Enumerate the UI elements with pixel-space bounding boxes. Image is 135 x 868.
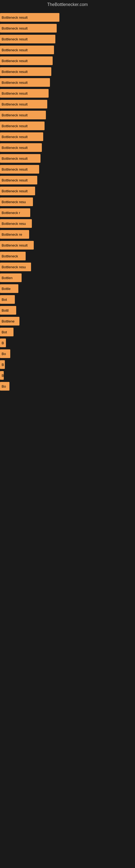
bar-label-17: Bottleneck result xyxy=(2,189,28,193)
bar-label-6: Bottleneck result xyxy=(2,70,28,74)
bar-label-30: Bot xyxy=(2,330,7,334)
bar-17: Bottleneck result xyxy=(0,187,35,195)
bar-11: Bottleneck result xyxy=(0,122,45,130)
bar-label-9: Bottleneck result xyxy=(2,102,28,106)
bar-label-12: Bottleneck result xyxy=(2,135,28,139)
bar-label-11: Bottleneck result xyxy=(2,124,28,128)
bar-8: Bottleneck result xyxy=(0,89,49,98)
bar-25: Bottlen xyxy=(0,273,21,282)
bar-row-32: Bo xyxy=(0,348,135,359)
bar-label-29: Bottlene xyxy=(2,319,14,323)
bar-label-10: Bottleneck result xyxy=(2,113,28,117)
bar-2: Bottleneck result xyxy=(0,24,57,33)
bar-30: Bot xyxy=(0,328,13,336)
bar-10: Bottleneck result xyxy=(0,111,46,119)
bar-row-16: Bottleneck result xyxy=(0,175,135,186)
bar-row-29: Bottlene xyxy=(0,316,135,327)
bar-row-3: Bottleneck result xyxy=(0,34,135,44)
bar-21: Bottleneck re xyxy=(0,230,29,239)
bar-35: Bo xyxy=(0,382,9,391)
bar-row-23: Bottleneck xyxy=(0,251,135,261)
bar-1: Bottleneck result xyxy=(0,13,59,22)
bar-15: Bottleneck result xyxy=(0,165,39,174)
bar-row-9: Bottleneck result xyxy=(0,99,135,110)
bar-label-20: Bottleneck resu xyxy=(2,222,26,226)
bar-label-24: Bottleneck resu xyxy=(2,265,26,269)
bar-row-33: B xyxy=(0,359,135,370)
bars-container: Bottleneck resultBottleneck resultBottle… xyxy=(0,9,135,394)
bar-4: Bottleneck result xyxy=(0,45,54,54)
bar-19: Bottleneck r xyxy=(0,208,30,217)
bar-label-25: Bottlen xyxy=(2,276,12,280)
bar-29: Bottlene xyxy=(0,317,19,326)
bar-label-19: Bottleneck r xyxy=(2,211,20,215)
bar-row-24: Bottleneck resu xyxy=(0,261,135,272)
bar-20: Bottleneck resu xyxy=(0,219,32,228)
bar-6: Bottleneck result xyxy=(0,67,51,76)
bar-label-26: Bottle xyxy=(2,287,10,291)
bar-22: Bottleneck result xyxy=(0,241,34,250)
site-title: TheBottlenecker.com xyxy=(0,0,135,9)
bar-7: Bottleneck result xyxy=(0,78,50,87)
bar-label-5: Bottleneck result xyxy=(2,59,28,63)
bar-row-17: Bottleneck result xyxy=(0,186,135,196)
bar-row-7: Bottleneck result xyxy=(0,77,135,88)
bar-row-13: Bottleneck result xyxy=(0,142,135,153)
bar-label-3: Bottleneck result xyxy=(2,37,28,41)
bar-row-14: Bottleneck result xyxy=(0,153,135,164)
bar-label-4: Bottleneck result xyxy=(2,48,28,52)
bar-label-27: Bot xyxy=(2,298,7,302)
bar-label-7: Bottleneck result xyxy=(2,81,28,85)
bar-label-14: Bottleneck result xyxy=(2,156,28,161)
bar-label-31: B xyxy=(2,341,4,345)
bar-row-11: Bottleneck result xyxy=(0,120,135,131)
bar-row-5: Bottleneck result xyxy=(0,55,135,66)
bar-label-21: Bottleneck re xyxy=(2,232,22,237)
bar-14: Bottleneck result xyxy=(0,154,41,163)
bar-13: Bottleneck result xyxy=(0,143,42,152)
bar-label-33: B xyxy=(2,363,4,367)
bar-label-28: Bottl xyxy=(2,308,9,312)
bar-row-1: Bottleneck result xyxy=(0,12,135,23)
bar-16: Bottleneck result xyxy=(0,176,37,184)
bar-label-23: Bottleneck xyxy=(2,254,18,258)
bar-row-34: B xyxy=(0,370,135,381)
bar-row-8: Bottleneck result xyxy=(0,88,135,99)
bar-27: Bot xyxy=(0,295,15,304)
bar-row-22: Bottleneck result xyxy=(0,240,135,251)
bar-row-15: Bottleneck result xyxy=(0,164,135,175)
bar-18: Bottleneck resu xyxy=(0,197,33,206)
bar-31: B xyxy=(0,339,6,347)
bar-label-32: Bo xyxy=(2,352,6,356)
bar-row-2: Bottleneck result xyxy=(0,23,135,34)
bar-label-16: Bottleneck result xyxy=(2,178,28,182)
bar-row-27: Bot xyxy=(0,294,135,305)
bar-12: Bottleneck result xyxy=(0,132,43,141)
bar-label-8: Bottleneck result xyxy=(2,91,28,95)
bar-row-21: Bottleneck re xyxy=(0,229,135,240)
bar-3: Bottleneck result xyxy=(0,35,55,43)
bar-row-10: Bottleneck result xyxy=(0,110,135,120)
bar-label-34: B xyxy=(2,373,4,378)
bar-row-30: Bot xyxy=(0,327,135,337)
bar-label-2: Bottleneck result xyxy=(2,26,28,30)
bar-34: B xyxy=(0,371,4,380)
bar-row-26: Bottle xyxy=(0,283,135,294)
bar-23: Bottleneck xyxy=(0,252,26,260)
bar-24: Bottleneck resu xyxy=(0,262,31,271)
bar-row-35: Bo xyxy=(0,381,135,392)
bar-row-6: Bottleneck result xyxy=(0,66,135,77)
bar-row-20: Bottleneck resu xyxy=(0,218,135,229)
bar-row-4: Bottleneck result xyxy=(0,44,135,55)
bar-label-35: Bo xyxy=(2,384,6,389)
bar-label-18: Bottleneck resu xyxy=(2,200,26,204)
bar-label-15: Bottleneck result xyxy=(2,167,28,172)
bar-26: Bottle xyxy=(0,284,18,293)
bar-label-1: Bottleneck result xyxy=(2,16,28,20)
bar-row-19: Bottleneck r xyxy=(0,207,135,218)
bar-row-28: Bottl xyxy=(0,305,135,316)
bar-row-31: B xyxy=(0,337,135,348)
bar-9: Bottleneck result xyxy=(0,100,47,108)
bar-28: Bottl xyxy=(0,306,16,315)
bar-label-22: Bottleneck result xyxy=(2,243,28,247)
